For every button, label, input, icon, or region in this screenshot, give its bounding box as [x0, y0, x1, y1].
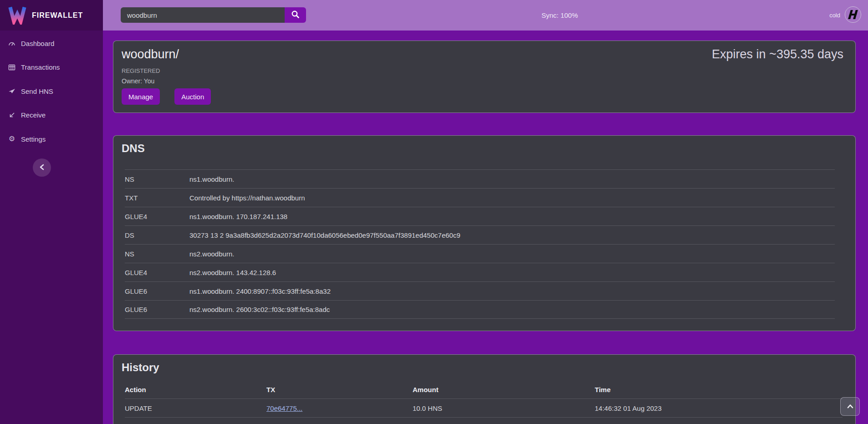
dns-record-type: GLUE4	[125, 269, 189, 276]
search-input[interactable]	[121, 7, 285, 23]
dns-record-type: NS	[125, 250, 189, 258]
tx-link[interactable]: 70e64775...	[266, 404, 302, 412]
page: FIREWALLET Sync: 100% cold	[0, 0, 868, 424]
dns-record-value: ns1.woodburn. 2400:8907::f03c:93ff:fe5a:…	[189, 287, 331, 295]
dns-record-value: ns1.woodburn.	[189, 175, 234, 183]
dns-record-row: DS30273 13 2 9a3a8fb3d625d2a2073d740f10d…	[125, 225, 835, 244]
history-row: UPDATE70e64775...10.0 HNS14:46:32 01 Aug…	[125, 399, 842, 418]
history-column-header: Action	[125, 386, 266, 393]
sidebar-item-settings[interactable]: ⚙Settings	[0, 127, 103, 151]
brand-name: FIREWALLET	[32, 11, 83, 20]
dns-record-row: TXTControlled by https://nathan.woodburn	[125, 188, 835, 207]
history-table: ActionTXAmountTimeUPDATE70e64775...10.0 …	[113, 380, 855, 424]
sidebar-item-label: Transactions	[21, 63, 60, 71]
arrow-down-left-icon	[8, 111, 16, 119]
dns-record-row: GLUE6ns1.woodburn. 2400:8907::f03c:93ff:…	[125, 281, 835, 300]
dns-record-value: Controlled by https://nathan.woodburn	[189, 194, 305, 202]
sidebar-item-label: Dashboard	[21, 40, 54, 47]
gauge-icon	[8, 39, 16, 47]
dns-record-value: ns2.woodburn.	[189, 250, 234, 258]
dns-record-row: NSns1.woodburn.	[125, 169, 835, 188]
history-card: History ActionTXAmountTimeUPDATE70e64775…	[113, 354, 856, 424]
sidebar-item-send-hns[interactable]: Send HNS	[0, 79, 103, 103]
sidebar-item-dashboard[interactable]: Dashboard	[0, 31, 103, 56]
domain-actions: Manage Auction	[122, 88, 211, 105]
sidebar-item-receive[interactable]: Receive	[0, 103, 103, 128]
topbar: Sync: 100% cold	[103, 0, 868, 31]
dns-record-type: NS	[125, 175, 189, 183]
paper-plane-icon	[8, 87, 16, 95]
dns-record-value: ns2.woodburn. 143.42.128.6	[189, 269, 276, 276]
domain-card: woodburn/ REGISTERED Owner: You Manage A…	[113, 41, 856, 113]
history-action: UPDATE	[125, 404, 266, 412]
history-title: History	[122, 361, 159, 374]
history-column-header: Time	[595, 386, 842, 393]
wallet-status[interactable]: cold	[829, 0, 862, 31]
dns-record-value: ns1.woodburn. 170.187.241.138	[189, 213, 287, 220]
handshake-wallet-icon	[844, 6, 862, 25]
dns-record-type: TXT	[125, 194, 189, 202]
domain-expiry: Expires in ~395.35 days	[712, 47, 843, 61]
history-amount: 10.0 HNS	[413, 404, 595, 412]
dns-record-type: GLUE6	[125, 306, 189, 313]
sidebar-item-label: Send HNS	[21, 87, 53, 95]
sidebar-collapse-button[interactable]	[33, 158, 51, 177]
domain-owner: Owner: You	[122, 77, 154, 85]
search-icon	[291, 10, 300, 20]
brand-header: FIREWALLET	[0, 0, 103, 31]
domain-name: woodburn/	[122, 47, 179, 61]
chevron-left-icon	[39, 164, 45, 172]
history-column-header: TX	[266, 386, 413, 393]
dns-record-type: DS	[125, 231, 189, 239]
dns-record-type: GLUE4	[125, 213, 189, 220]
history-column-header: Amount	[413, 386, 595, 393]
history-row: RENEWd75b3e...10.0 HNS15:47:06 07 Jul 20…	[125, 418, 842, 424]
dns-table: NSns1.woodburn.TXTControlled by https://…	[113, 169, 855, 319]
firewallet-logo-icon	[8, 5, 26, 26]
dns-record-type: GLUE6	[125, 287, 189, 295]
history-header-row: ActionTXAmountTime	[125, 380, 842, 399]
dns-record-row: NSns2.woodburn.	[125, 244, 835, 263]
search-button[interactable]	[285, 7, 306, 23]
dns-card: DNS NSns1.woodburn.TXTControlled by http…	[113, 135, 856, 331]
scroll-to-top-button[interactable]	[840, 397, 860, 416]
table-icon	[8, 63, 16, 72]
dns-record-row: GLUE6ns2.woodburn. 2600:3c02::f03c:93ff:…	[125, 300, 835, 319]
sidebar: DashboardTransactionsSend HNSReceive⚙Set…	[0, 31, 103, 424]
dns-record-row: GLUE4ns2.woodburn. 143.42.128.6	[125, 263, 835, 281]
sidebar-item-label: Receive	[21, 111, 46, 119]
dns-record-value: ns2.woodburn. 2600:3c02::f03c:93ff:fe5a:…	[189, 306, 330, 313]
history-time: 14:46:32 01 Aug 2023	[595, 404, 842, 412]
sync-status: Sync: 100%	[541, 0, 578, 31]
dns-title: DNS	[122, 142, 145, 155]
dns-record-row: GLUE4ns1.woodburn. 170.187.241.138	[125, 207, 835, 225]
manage-button[interactable]: Manage	[122, 88, 160, 105]
auction-button[interactable]: Auction	[174, 88, 211, 105]
search-bar	[121, 7, 306, 23]
domain-status: REGISTERED	[122, 67, 160, 74]
wallet-mode-label: cold	[829, 12, 840, 19]
sidebar-item-label: Settings	[21, 135, 46, 143]
chevron-up-icon	[847, 403, 853, 410]
dns-record-value: 30273 13 2 9a3a8fb3d625d2a2073d740f10da6…	[189, 231, 460, 239]
sidebar-item-transactions[interactable]: Transactions	[0, 56, 103, 80]
gear-icon: ⚙	[8, 135, 16, 143]
